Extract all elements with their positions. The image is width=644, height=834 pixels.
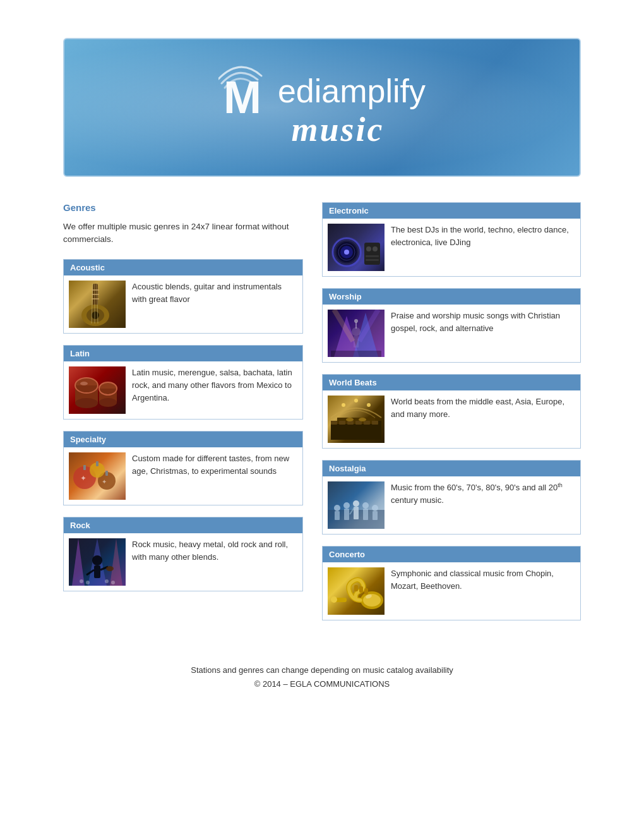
latin-text: Latin music, merengue, salsa, bachata, l…: [132, 366, 297, 414]
genres-heading: Genres: [63, 202, 303, 213]
header-banner: M ediamplify music: [63, 38, 581, 177]
latin-body: Latin music, merengue, salsa, bachata, l…: [64, 361, 302, 419]
nostalgia-body: Music from the 60's, 70's, 80's, 90's an…: [323, 476, 580, 534]
logo-music: music: [291, 110, 384, 149]
svg-point-89: [363, 594, 381, 607]
electronic-image: [328, 224, 385, 271]
svg-rect-69: [372, 421, 378, 425]
rock-image: [69, 538, 126, 586]
worship-image: [328, 310, 385, 357]
main-content: Genres We offer multiple music genres in…: [63, 202, 581, 632]
concerto-header: Concerto: [323, 547, 580, 562]
svg-rect-68: [364, 421, 370, 425]
svg-rect-32: [94, 565, 100, 578]
svg-point-35: [106, 566, 114, 571]
svg-rect-25: [96, 461, 98, 466]
svg-point-31: [92, 555, 102, 565]
svg-point-16: [99, 398, 117, 407]
worldbeats-header: World Beats: [323, 375, 580, 390]
specialty-text: Custom made for different tastes, from n…: [132, 452, 297, 500]
electronic-card: Electronic: [322, 202, 581, 277]
acoustic-text: Acoustic blends, guitar and instrumental…: [132, 281, 297, 328]
svg-text:✦: ✦: [102, 478, 107, 485]
svg-rect-67: [355, 421, 362, 425]
logo-m-icon: M: [218, 66, 275, 116]
svg-text:✦: ✦: [80, 474, 86, 483]
worship-card: Worship: [322, 288, 581, 363]
svg-point-70: [346, 418, 354, 421]
nostalgia-header: Nostalgia: [323, 461, 580, 476]
svg-point-38: [105, 579, 109, 583]
acoustic-image: [69, 281, 126, 328]
svg-point-44: [344, 250, 349, 255]
electronic-header: Electronic: [323, 203, 580, 219]
rock-card: Rock: [63, 517, 303, 591]
acoustic-card: Acoustic: [63, 259, 303, 334]
nostalgia-card: Nostalgia: [322, 460, 581, 535]
svg-point-13: [75, 398, 98, 408]
specialty-body: ✦ ✦ Custom made for different tastes, fr…: [64, 447, 302, 505]
svg-rect-91: [359, 586, 363, 593]
svg-point-48: [366, 246, 371, 251]
nostalgia-text: Music from the 60's, 70's, 80's, 90's an…: [391, 481, 575, 529]
right-column: Electronic: [322, 202, 581, 632]
acoustic-header: Acoustic: [64, 260, 302, 275]
svg-rect-56: [354, 336, 359, 348]
svg-point-39: [111, 581, 115, 584]
svg-point-19: [80, 382, 88, 385]
svg-point-74: [367, 403, 371, 407]
svg-point-7: [92, 311, 99, 319]
svg-rect-90: [354, 585, 358, 591]
svg-point-72: [342, 403, 345, 407]
logo-container: M ediamplify music: [218, 66, 426, 149]
latin-image: [69, 366, 126, 414]
svg-point-58: [354, 319, 358, 323]
svg-rect-24: [105, 471, 108, 476]
svg-rect-47: [364, 243, 380, 265]
svg-marker-28: [72, 538, 85, 586]
concerto-image: [328, 567, 385, 615]
svg-rect-51: [366, 259, 379, 261]
svg-point-49: [373, 246, 378, 251]
rock-body: Rock music, heavy metal, old rock and ro…: [64, 533, 302, 591]
worldbeats-body: World beats from the middle east, Asia, …: [323, 390, 580, 448]
worship-text: Praise and worship music songs with Chri…: [391, 310, 575, 357]
genres-description: We offer multiple music genres in 24x7 l…: [63, 221, 303, 246]
logo-top: M ediamplify: [218, 66, 426, 116]
svg-rect-65: [339, 421, 345, 425]
left-column: Genres We offer multiple music genres in…: [63, 202, 303, 632]
acoustic-body: Acoustic blends, guitar and instrumental…: [64, 275, 302, 333]
worldbeats-text: World beats from the middle east, Asia, …: [391, 396, 575, 443]
svg-point-37: [86, 581, 90, 584]
concerto-body: Symphonic and classical music from Chopi…: [323, 562, 580, 620]
specialty-header: Specialty: [64, 432, 302, 447]
worldbeats-image: [328, 396, 385, 443]
specialty-image: ✦ ✦: [69, 452, 126, 500]
svg-point-94: [331, 596, 337, 603]
rock-text: Rock music, heavy metal, old rock and ro…: [132, 538, 297, 586]
worldbeats-card: World Beats: [322, 374, 581, 449]
svg-marker-30: [110, 538, 122, 586]
logo-mediamplify: ediamplify: [278, 72, 426, 110]
svg-rect-87: [328, 481, 385, 529]
rock-header: Rock: [64, 517, 302, 533]
concerto-card: Concerto: [322, 546, 581, 620]
footer: Stations and genres can change depending…: [0, 663, 644, 710]
svg-rect-61: [331, 351, 381, 357]
latin-card: Latin: [63, 345, 303, 420]
electronic-body: The best DJs in the world, techno, elect…: [323, 219, 580, 276]
svg-rect-50: [366, 255, 379, 257]
svg-rect-92: [364, 588, 368, 595]
concerto-text: Symphonic and classical music from Chopi…: [391, 567, 575, 615]
worship-header: Worship: [323, 289, 580, 305]
latin-header: Latin: [64, 346, 302, 361]
svg-point-55: [352, 327, 361, 336]
svg-rect-64: [331, 421, 337, 425]
worship-body: Praise and worship music songs with Chri…: [323, 305, 580, 362]
svg-point-36: [80, 579, 83, 583]
footer-line1: Stations and genres can change depending…: [0, 663, 644, 677]
footer-line2: © 2014 – EGLA COMMUNICATIONS: [0, 677, 644, 691]
specialty-card: Specialty ✦ ✦: [63, 431, 303, 505]
superscript-th: th: [558, 482, 563, 488]
svg-point-71: [359, 418, 366, 421]
